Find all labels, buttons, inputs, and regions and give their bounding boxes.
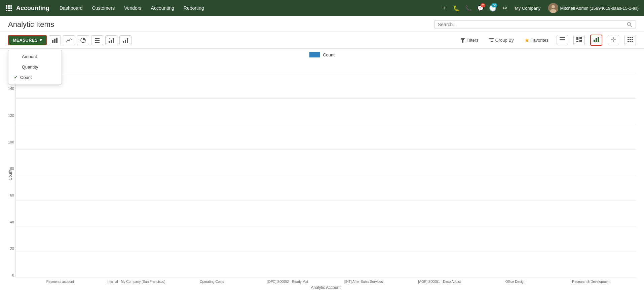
top-navigation: Accounting Dashboard Customers Vendors A…: [0, 0, 644, 16]
filters-button[interactable]: Filters: [458, 36, 481, 44]
svg-rect-46: [628, 37, 629, 38]
svg-rect-37: [576, 41, 578, 42]
list-view-button[interactable]: [557, 35, 568, 45]
svg-rect-4: [8, 7, 10, 9]
company-selector[interactable]: My Company: [512, 6, 544, 11]
x-axis-title: Analytic Account: [15, 285, 636, 290]
x-label-0: Payments account: [22, 279, 98, 284]
svg-rect-35: [576, 37, 578, 40]
search-bar[interactable]: [434, 20, 636, 29]
svg-rect-30: [491, 41, 493, 42]
nav-reporting[interactable]: Reporting: [179, 0, 209, 16]
svg-line-13: [631, 26, 632, 27]
y-tick-20: 20: [2, 247, 14, 251]
y-tick-140: 140: [2, 87, 14, 91]
grid-line-120: [16, 124, 636, 124]
svg-marker-31: [525, 38, 529, 42]
svg-rect-36: [579, 37, 582, 39]
user-menu[interactable]: Mitchell Admin (15894019-saas-15-1-all): [545, 3, 641, 13]
measures-arrow: ▾: [40, 38, 42, 43]
phone-icon[interactable]: 📞: [463, 3, 474, 13]
nav-accounting[interactable]: Accounting: [146, 0, 179, 16]
activity-badge: 40: [491, 3, 497, 7]
x-label-6: Office Design: [478, 279, 554, 284]
measure-quantity[interactable]: Quantity: [8, 62, 62, 72]
line-chart-button[interactable]: [63, 35, 75, 45]
svg-rect-25: [125, 40, 126, 43]
pie-chart-button[interactable]: [77, 35, 89, 45]
svg-rect-45: [614, 40, 616, 42]
svg-rect-40: [596, 38, 597, 42]
svg-rect-28: [489, 38, 494, 39]
chat-badge: 7: [481, 3, 485, 7]
bar-chart-button[interactable]: [49, 35, 61, 45]
svg-rect-33: [560, 39, 565, 40]
user-name: Mitchell Admin (15894019-saas-15-1-all): [560, 6, 639, 11]
svg-rect-51: [632, 39, 633, 40]
measure-amount[interactable]: Amount: [8, 51, 62, 62]
add-button[interactable]: +: [439, 3, 450, 13]
svg-rect-1: [8, 5, 10, 7]
x-label-1: Internal - My Company (San Francisco): [98, 279, 174, 284]
svg-rect-8: [10, 10, 12, 11]
activity-icon[interactable]: 🕐40: [487, 3, 498, 13]
grid-view-button[interactable]: [624, 35, 636, 45]
svg-rect-53: [630, 41, 631, 42]
amount-label: Amount: [22, 54, 37, 59]
y-tick-100: 100: [2, 140, 14, 144]
favorites-button[interactable]: Favorites: [522, 36, 551, 44]
bar-view-button[interactable]: [590, 35, 602, 46]
toolbar: MEASURES ▾: [0, 32, 644, 49]
svg-rect-22: [111, 40, 112, 43]
grid-line-80: [16, 175, 636, 175]
stack-chart-button[interactable]: [91, 35, 103, 45]
svg-rect-20: [95, 42, 100, 43]
search-icon: [627, 22, 632, 27]
top-menu: Dashboard Customers Vendors Accounting R…: [55, 0, 439, 16]
legend-color-swatch: [309, 52, 320, 57]
grid-line-100: [16, 149, 636, 150]
nav-customers[interactable]: Customers: [87, 0, 120, 16]
chat-icon[interactable]: 💬7: [475, 3, 486, 13]
x-label-3: [DPC] S00052 - Ready Mat: [250, 279, 326, 284]
groupby-button[interactable]: Group By: [487, 36, 517, 44]
y-tick-40: 40: [2, 220, 14, 224]
search-input[interactable]: [438, 22, 627, 27]
svg-rect-5: [10, 7, 12, 9]
svg-rect-7: [8, 10, 10, 11]
svg-rect-38: [579, 40, 582, 42]
favorites-label: Favorites: [531, 38, 548, 43]
toolbar-right: Filters Group By Favorites: [458, 35, 636, 46]
apps-menu-button[interactable]: [3, 2, 15, 14]
pivot-view-button[interactable]: [608, 35, 619, 45]
y-tick-60: 60: [2, 193, 14, 197]
svg-rect-18: [95, 38, 100, 39]
svg-rect-54: [632, 41, 633, 42]
legend-label: Count: [323, 52, 335, 57]
desc-sort-button[interactable]: [119, 35, 131, 45]
x-label-4: [INT] After-Sales Services: [326, 279, 402, 284]
svg-rect-48: [632, 37, 633, 38]
svg-rect-26: [127, 38, 128, 43]
svg-rect-15: [54, 39, 55, 43]
toolbar-left: MEASURES ▾: [8, 35, 131, 45]
settings-icon[interactable]: ✂: [499, 3, 510, 13]
svg-point-12: [628, 23, 631, 26]
chart-container: Count 160140120100806040200 Payments acc…: [8, 60, 636, 290]
svg-point-10: [552, 5, 555, 8]
count-label: Count: [20, 75, 32, 80]
debug-icon[interactable]: 🐛: [451, 3, 462, 13]
y-ticks: 160140120100806040200: [2, 60, 14, 277]
svg-rect-42: [611, 37, 613, 39]
x-label-2: Operating Costs: [174, 279, 250, 284]
svg-rect-29: [490, 40, 493, 40]
nav-dashboard[interactable]: Dashboard: [55, 0, 87, 16]
measure-count[interactable]: ✓ Count: [8, 72, 62, 83]
y-tick-80: 80: [2, 167, 14, 171]
kanban-view-button[interactable]: [573, 35, 585, 45]
nav-vendors[interactable]: Vendors: [119, 0, 146, 16]
svg-rect-14: [52, 40, 53, 43]
measures-button[interactable]: MEASURES ▾: [8, 35, 47, 45]
x-axis-labels: Payments accountInternal - My Company (S…: [15, 277, 636, 284]
asc-sort-button[interactable]: [105, 35, 117, 45]
